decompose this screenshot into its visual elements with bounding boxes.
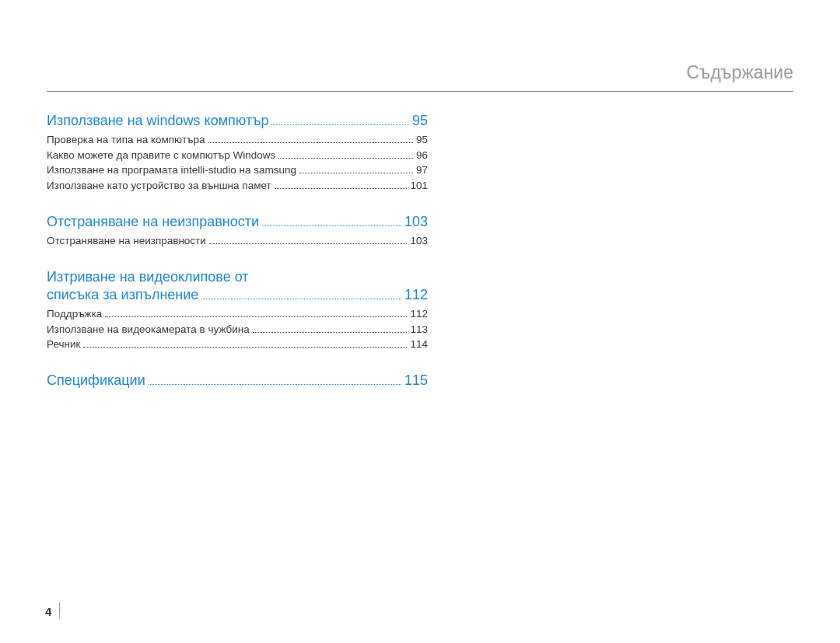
- section-page: 115: [404, 372, 428, 390]
- toc-section-heading[interactable]: Спецификации 115: [47, 372, 428, 390]
- sub-page: 114: [410, 337, 428, 351]
- leader: [201, 288, 401, 299]
- section-page: 103: [404, 213, 428, 231]
- leader: [278, 149, 413, 158]
- section-title: Използване на windows компютър: [47, 112, 268, 130]
- sub-page: 95: [416, 133, 428, 147]
- section-title: Спецификации: [47, 372, 145, 390]
- toc-section-heading-line2[interactable]: списъка за изпълнение 112: [47, 286, 428, 304]
- leader: [299, 165, 413, 173]
- leader: [262, 214, 401, 225]
- toc-sub-item[interactable]: Използване като устройство за външна пам…: [47, 179, 428, 193]
- toc-sub-item[interactable]: Речник 114: [47, 337, 428, 351]
- header-rule: [47, 91, 793, 92]
- toc-sub-item[interactable]: Отстраняване на неизправности 103: [47, 234, 428, 248]
- section-title: Отстраняване на неизправности: [47, 213, 259, 231]
- toc-section-heading-line1[interactable]: Изтриване на видеоклипове от: [47, 268, 428, 286]
- toc-column: Използване на windows компютър 95 Провер…: [47, 109, 428, 410]
- toc-section: Изтриване на видеоклипове от списъка за …: [47, 268, 428, 351]
- page-footer: 4: [45, 603, 60, 620]
- toc-sub-item[interactable]: Използване на програмата intelli-studio …: [47, 163, 428, 177]
- sub-label: Използване на видеокамерата в чужбина: [47, 323, 250, 337]
- sub-page: 103: [410, 234, 428, 248]
- sub-label: Използване като устройство за външна пам…: [47, 179, 271, 193]
- sub-label: Използване на програмата intelli-studio …: [47, 163, 296, 177]
- leader: [271, 114, 409, 125]
- leader: [208, 135, 413, 143]
- sub-label: Поддръжка: [47, 307, 102, 321]
- sub-page: 112: [410, 307, 428, 321]
- toc-section-heading[interactable]: Използване на windows компютър 95: [47, 112, 428, 130]
- toc-sub-item[interactable]: Проверка на типа на компютъра 95: [47, 133, 428, 147]
- leader: [275, 180, 408, 189]
- page-number: 4: [45, 605, 51, 618]
- sub-label: Какво можете да правите с компютър Windo…: [47, 149, 275, 162]
- section-title-line1: Изтриване на видеоклипове от: [47, 268, 249, 286]
- sub-label: Отстраняване на неизправности: [47, 234, 206, 248]
- sub-page: 97: [416, 163, 428, 177]
- toc-section-heading[interactable]: Отстраняване на неизправности 103: [47, 213, 428, 231]
- sub-page: 113: [410, 323, 428, 337]
- sub-page: 96: [416, 149, 428, 162]
- footer-divider: [59, 603, 60, 620]
- section-page: 112: [404, 286, 428, 304]
- leader: [253, 323, 408, 332]
- toc-sub-item[interactable]: Използване на видеокамерата в чужбина 11…: [47, 323, 428, 337]
- toc-section: Използване на windows компютър 95 Провер…: [47, 112, 428, 193]
- header-title: Съдържание: [47, 62, 793, 91]
- sub-page: 101: [410, 179, 428, 193]
- section-page: 95: [412, 112, 428, 130]
- leader: [105, 309, 407, 317]
- toc-section: Спецификации 115: [47, 372, 428, 390]
- toc-section: Отстраняване на неизправности 103 Отстра…: [47, 213, 428, 248]
- sub-label: Речник: [47, 337, 80, 351]
- toc-sub-item[interactable]: Какво можете да правите с компютър Windo…: [47, 149, 428, 162]
- leader: [209, 236, 408, 244]
- section-title-line2: списъка за изпълнение: [47, 286, 198, 304]
- leader: [83, 339, 407, 348]
- sub-label: Проверка на типа на компютъра: [47, 133, 205, 147]
- page: Съдържание Използване на windows компютъ…: [0, 0, 840, 643]
- leader: [149, 373, 401, 385]
- toc-sub-item[interactable]: Поддръжка 112: [47, 307, 428, 321]
